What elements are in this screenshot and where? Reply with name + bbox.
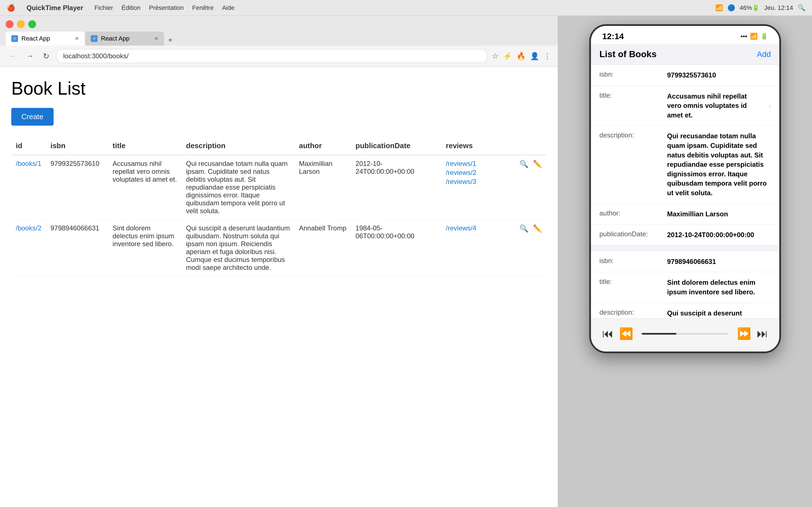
row2-action-icons: 🔍 ✏️ <box>519 224 542 233</box>
fullscreen-window-button[interactable] <box>28 20 36 28</box>
new-tab-button[interactable]: + <box>165 34 176 46</box>
browser-window: ⚛ React App ✕ ⚛ React App ✕ + ← → ↻ ☆ ⚡ <box>0 16 558 507</box>
row1-review1-link[interactable]: /reviews/1 <box>446 160 510 168</box>
row1-id: /books/1 <box>11 155 46 220</box>
row2-review1-link[interactable]: /reviews/4 <box>446 224 510 232</box>
phone-field-author1: author: Maximillian Larson <box>591 204 779 225</box>
status-icons: 📶 🔵 46%🔋 Jeu. 12:14 🔍 <box>715 4 805 11</box>
phone-isbn2-label: isbn: <box>599 257 661 267</box>
row1-actions: 🔍 ✏️ <box>515 155 546 220</box>
row2-actions: 🔍 ✏️ <box>515 220 546 276</box>
phone-title1-label: title: <box>599 92 661 120</box>
phone-field-title1: title: Accusamus nihil repellat vero omn… <box>591 86 779 126</box>
main-layout: ⚛ React App ✕ ⚛ React App ✕ + ← → ↻ ☆ ⚡ <box>0 16 812 507</box>
menu-items: Fichier Édition Présentation Fenêtre Aid… <box>94 4 235 11</box>
phone-field-description2: description: Qui suscipit a deserunt lau… <box>591 303 779 319</box>
phone-device: 12:14 ▪▪▪ 📶 🔋 List of Books Add isbn: 97… <box>589 24 781 353</box>
reload-button[interactable]: ↻ <box>41 50 52 62</box>
book-table: id isbn title description author publica… <box>11 137 546 276</box>
phone-separator <box>591 245 779 251</box>
col-header-actions <box>515 137 546 155</box>
phone-title1-value: Accusamus nihil repellat vero omnis volu… <box>667 92 763 120</box>
row1-id-link[interactable]: /books/1 <box>16 160 42 167</box>
menu-presentation[interactable]: Présentation <box>149 4 184 11</box>
phone-isbn2-value: 9798946066631 <box>667 257 771 267</box>
close-window-button[interactable] <box>6 20 13 28</box>
col-header-reviews: reviews <box>441 137 515 155</box>
menu-edition[interactable]: Édition <box>121 4 140 11</box>
row1-title: Accusamus nihil repellat vero omnis volu… <box>108 155 181 220</box>
shield-icon[interactable]: 🔥 <box>516 52 525 61</box>
forward-control-button[interactable]: ⏩ <box>734 324 754 343</box>
wifi-icon: 📶 <box>715 4 723 11</box>
macos-menubar: 🍎 QuickTime Player Fichier Édition Prése… <box>0 0 812 16</box>
bookmark-icon[interactable]: ☆ <box>492 52 499 61</box>
phone-progress-bar <box>642 333 728 335</box>
tab-1-close[interactable]: ✕ <box>75 36 79 42</box>
phone-wifi-icon: 📶 <box>750 33 758 40</box>
page-title: Book List <box>11 78 546 99</box>
row1-action-icons: 🔍 ✏️ <box>519 160 542 168</box>
tab-2[interactable]: ⚛ React App ✕ <box>85 32 164 46</box>
row2-id-link[interactable]: /books/2 <box>16 224 42 232</box>
back-button[interactable]: ← <box>7 50 19 62</box>
minimize-window-button[interactable] <box>17 20 25 28</box>
row2-author: Annabell Tromp <box>294 220 351 276</box>
apple-menu[interactable]: 🍎 <box>7 4 15 12</box>
row2-description: Qui suscipit a deserunt laudantium quibu… <box>182 220 295 276</box>
phone-field-description1: description: Qui recusandae totam nulla … <box>591 126 779 203</box>
menu-fenetre[interactable]: Fenêtre <box>192 4 214 11</box>
tab-1[interactable]: ⚛ React App ✕ <box>6 32 85 46</box>
phone-field-title2: title: Sint dolorem delectus enim ipsum … <box>591 272 779 302</box>
menu-icon[interactable]: ⋮ <box>544 52 551 61</box>
phone-author1-value: Maximillian Larson <box>667 209 771 219</box>
col-header-isbn: isbn <box>46 137 108 155</box>
menu-fichier[interactable]: Fichier <box>94 4 113 11</box>
phone-status-icons: ▪▪▪ 📶 🔋 <box>741 33 768 40</box>
phone-signal-icon: ▪▪▪ <box>741 33 747 40</box>
phone-description1-label: description: <box>599 131 661 198</box>
tab-2-close[interactable]: ✕ <box>154 36 158 42</box>
row1-author: Maximillian Larson <box>294 155 351 220</box>
skip-forward-button[interactable]: ⏭ <box>754 325 771 343</box>
row2-title: Sint dolorem delectus enim ipsum invento… <box>108 220 181 276</box>
app-name: QuickTime Player <box>27 4 83 12</box>
row1-review3-link[interactable]: /reviews/3 <box>446 178 510 186</box>
phone-isbn1-value: 9799325573610 <box>667 70 771 80</box>
phone-content: isbn: 9799325573610 title: Accusamus nih… <box>591 65 779 318</box>
row1-search-icon[interactable]: 🔍 <box>519 160 528 168</box>
account-icon[interactable]: 👤 <box>530 52 539 61</box>
search-icon[interactable]: 🔍 <box>798 4 805 11</box>
skip-back-button[interactable]: ⏮ <box>599 325 616 343</box>
table-row: /books/1 9799325573610 Accusamus nihil r… <box>11 155 546 220</box>
phone-description1-value: Qui recusandae totam nulla quam ipsam. C… <box>667 131 771 198</box>
phone-add-button[interactable]: Add <box>757 50 771 59</box>
col-header-pubdate: publicationDate <box>351 137 442 155</box>
page-content: Book List Create id isbn title descripti… <box>0 67 558 507</box>
create-button[interactable]: Create <box>11 108 54 126</box>
row1-review2-link[interactable]: /reviews/2 <box>446 169 510 177</box>
row1-pubdate: 2012-10-24T00:00:00+00:00 <box>351 155 442 220</box>
phone-field-isbn1: isbn: 9799325573610 <box>591 65 779 86</box>
row2-reviews-links: /reviews/4 <box>446 224 510 232</box>
row1-edit-icon[interactable]: ✏️ <box>533 160 542 168</box>
tab-1-favicon: ⚛ <box>11 35 18 42</box>
extension-icon[interactable]: ⚡ <box>503 52 512 61</box>
phone-battery-icon: 🔋 <box>760 33 768 40</box>
row1-description: Qui recusandae totam nulla quam ipsam. C… <box>182 155 295 220</box>
phone-title2-value: Sint dolorem delectus enim ipsum invento… <box>667 278 771 297</box>
row2-isbn: 9798946066631 <box>46 220 108 276</box>
address-input[interactable] <box>56 49 488 63</box>
tab-2-label: React App <box>101 35 130 42</box>
phone-description2-label: description: <box>599 308 661 319</box>
back-control-button[interactable]: ⏪ <box>616 324 636 343</box>
chevron-right-icon: › <box>769 102 771 110</box>
menu-aide[interactable]: Aide <box>222 4 235 11</box>
row2-edit-icon[interactable]: ✏️ <box>533 224 542 233</box>
phone-time: 12:14 <box>602 32 624 41</box>
col-header-description: description <box>182 137 295 155</box>
row2-search-icon[interactable]: 🔍 <box>519 224 528 233</box>
row1-reviews: /reviews/1 /reviews/2 /reviews/3 <box>441 155 515 220</box>
forward-button[interactable]: → <box>24 50 36 62</box>
table-header-row: id isbn title description author publica… <box>11 137 546 155</box>
